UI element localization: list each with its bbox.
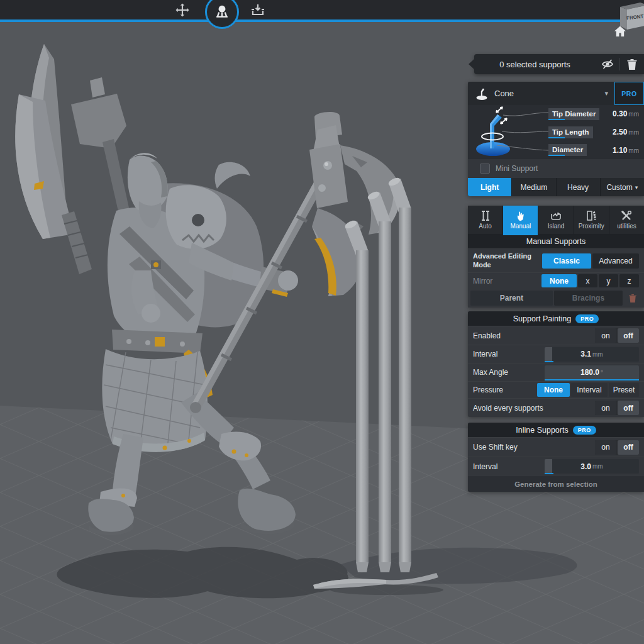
density-custom-button[interactable]: Custom ▾ bbox=[601, 178, 644, 196]
support-painting-block: Support Painting PRO Enabled on off Inte… bbox=[468, 311, 644, 417]
tip-diameter-value[interactable]: 0.30mm bbox=[613, 109, 639, 118]
advanced-editing-mode-label: Advanced Editing Mode bbox=[473, 252, 542, 269]
painting-interval-row: Interval 3.1mm bbox=[468, 345, 644, 363]
parent-button[interactable]: Parent bbox=[470, 291, 553, 306]
enabled-label: Enabled bbox=[473, 331, 501, 340]
auto-icon bbox=[479, 210, 492, 221]
mirror-z-button[interactable]: z bbox=[619, 274, 639, 287]
param-rows: Tip Diameter 0.30mm Tip Length 2.50mm Di… bbox=[548, 105, 644, 159]
mirror-y-button[interactable]: y bbox=[599, 274, 618, 287]
home-icon[interactable] bbox=[613, 24, 628, 39]
advanced-editing-mode-row: Advanced Editing Mode Classic Advanced bbox=[468, 248, 644, 272]
max-angle-field[interactable]: 180.0° bbox=[545, 365, 639, 380]
inline-interval-row: Interval 3.0mm bbox=[468, 457, 644, 475]
tab-manual[interactable]: Manual bbox=[503, 206, 538, 234]
interval-label: Interval bbox=[473, 350, 497, 358]
trash-icon bbox=[626, 58, 638, 70]
mirror-none-button[interactable]: None bbox=[541, 274, 577, 287]
param-row: Tip Diameter 0.30mm bbox=[548, 105, 644, 123]
export-tool-icon[interactable] bbox=[250, 3, 265, 18]
support-painting-header: Support Painting PRO bbox=[468, 311, 644, 326]
cone-icon bbox=[474, 86, 489, 101]
selected-supports-count: 0 selected supports bbox=[474, 60, 596, 69]
collapse-arrow-icon[interactable] bbox=[469, 58, 475, 70]
param-row: Tip Length 2.50mm bbox=[548, 123, 644, 142]
pressure-interval-button[interactable]: Interval bbox=[571, 383, 608, 397]
chevron-down-icon: ▾ bbox=[598, 89, 614, 97]
manual-supports-header: Manual Supports bbox=[468, 234, 644, 248]
pro-badge: PRO bbox=[575, 314, 599, 323]
avoid-supports-row: Avoid every supports on off bbox=[468, 398, 644, 417]
move-tool-icon[interactable] bbox=[175, 3, 190, 18]
density-light-button[interactable]: Light bbox=[468, 178, 511, 196]
max-angle-row: Max Angle 180.0° bbox=[468, 363, 644, 381]
tip-parameters: Tip Diameter 0.30mm Tip Length 2.50mm Di… bbox=[468, 105, 644, 159]
tip-length-label: Tip Length bbox=[548, 126, 593, 138]
painting-interval-field[interactable]: 3.1mm bbox=[545, 347, 639, 362]
mirror-label: Mirror bbox=[473, 277, 492, 286]
bracings-button[interactable]: Bracings bbox=[554, 291, 623, 306]
use-shift-on-button[interactable]: on bbox=[595, 440, 616, 455]
mini-support-label: Mini Support bbox=[496, 164, 538, 173]
mini-support-checkbox[interactable] bbox=[480, 164, 490, 174]
supports-icon bbox=[214, 4, 230, 20]
app-window: FRONT 0 selected supports bbox=[0, 0, 644, 644]
tab-proximity[interactable]: Proximity bbox=[574, 206, 609, 234]
trash-icon bbox=[628, 294, 637, 303]
selected-supports-bar: 0 selected supports bbox=[474, 54, 644, 74]
avoid-supports-label: Avoid every supports bbox=[473, 404, 543, 413]
chevron-down-icon: ▾ bbox=[635, 184, 638, 191]
use-shift-row: Use Shift key on off bbox=[468, 437, 644, 457]
enabled-on-button[interactable]: on bbox=[595, 328, 616, 343]
delete-supports-button[interactable] bbox=[620, 54, 644, 74]
support-illustration bbox=[468, 105, 548, 159]
inline-supports-block: Inline Supports PRO Use Shift key on off… bbox=[468, 423, 644, 492]
tip-diameter-label: Tip Diameter bbox=[548, 108, 599, 120]
diameter-value[interactable]: 1.10mm bbox=[613, 146, 639, 155]
diameter-label: Diameter bbox=[548, 144, 587, 156]
delete-manual-button[interactable] bbox=[624, 291, 641, 306]
max-angle-label: Max Angle bbox=[473, 368, 508, 377]
island-icon bbox=[550, 210, 562, 221]
tip-length-value[interactable]: 2.50mm bbox=[613, 128, 639, 136]
support-type-select[interactable]: Cone ▾ PRO bbox=[468, 82, 644, 105]
enabled-off-button[interactable]: off bbox=[618, 328, 639, 343]
avoid-on-button[interactable]: on bbox=[595, 401, 616, 415]
pressure-preset-button[interactable]: Preset bbox=[609, 383, 639, 397]
hide-supports-button[interactable] bbox=[596, 54, 619, 74]
manual-supports-block: Auto Manual Island bbox=[468, 206, 644, 308]
use-shift-off-button[interactable]: off bbox=[618, 440, 639, 455]
pressure-row: Pressure None Interval Preset bbox=[468, 381, 644, 398]
avoid-toggle: on off bbox=[595, 401, 639, 415]
density-selector: Light Medium Heavy Custom ▾ bbox=[468, 178, 644, 196]
eye-off-icon bbox=[601, 58, 614, 70]
pressure-label: Pressure bbox=[473, 386, 503, 394]
tab-utilities[interactable]: utilities bbox=[609, 206, 644, 234]
density-heavy-button[interactable]: Heavy bbox=[557, 178, 600, 196]
mirror-x-button[interactable]: x bbox=[578, 274, 597, 287]
tab-auto[interactable]: Auto bbox=[468, 206, 502, 234]
proximity-icon bbox=[585, 210, 597, 221]
mirror-row: Mirror None x y z bbox=[468, 272, 644, 289]
utilities-icon bbox=[620, 210, 633, 221]
type-pro-button[interactable]: PRO bbox=[614, 82, 644, 105]
mini-support-row: Mini Support bbox=[468, 159, 644, 178]
support-mode-tabs: Auto Manual Island bbox=[468, 206, 644, 234]
enabled-toggle: on off bbox=[595, 328, 639, 343]
tab-island[interactable]: Island bbox=[538, 206, 573, 234]
interval-label: Interval bbox=[473, 462, 497, 471]
parent-bracings-row: Parent Bracings bbox=[468, 289, 644, 308]
editing-mode-classic-button[interactable]: Classic bbox=[542, 253, 591, 269]
avoid-off-button[interactable]: off bbox=[618, 401, 639, 415]
density-medium-button[interactable]: Medium bbox=[512, 178, 555, 196]
supports-panel: 0 selected supports bbox=[468, 54, 644, 492]
enabled-row: Enabled on off bbox=[468, 326, 644, 345]
generate-from-selection-button[interactable]: Generate from selection bbox=[468, 476, 644, 492]
pressure-none-button[interactable]: None bbox=[537, 383, 570, 397]
support-settings-block: Cone ▾ PRO bbox=[468, 82, 644, 196]
param-row: Diameter 1.10mm bbox=[548, 141, 644, 159]
use-shift-toggle: on off bbox=[595, 440, 639, 455]
inline-interval-field[interactable]: 3.0mm bbox=[545, 459, 639, 474]
support-type-value: Cone bbox=[494, 89, 514, 98]
editing-mode-advanced-button[interactable]: Advanced bbox=[592, 253, 639, 269]
